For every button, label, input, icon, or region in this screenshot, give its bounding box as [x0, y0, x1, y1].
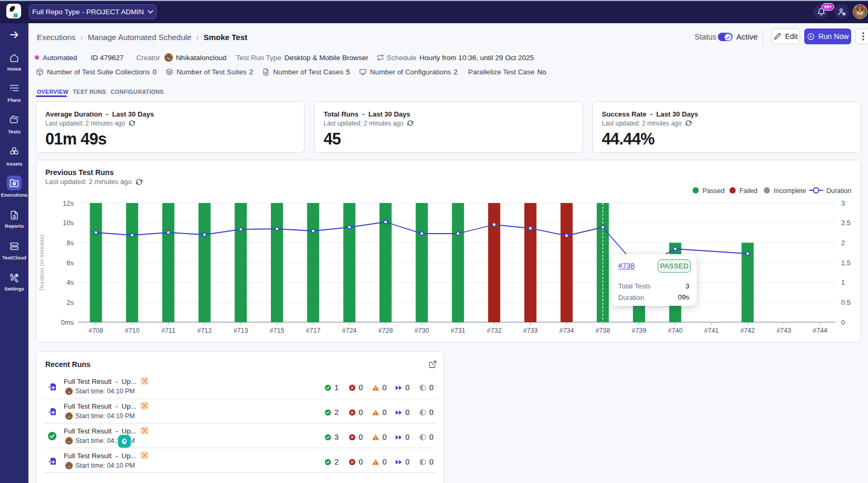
- svg-text:1: 1: [841, 278, 845, 286]
- svg-text:Incomplete: Incomplete: [774, 187, 806, 195]
- svg-text:8s: 8s: [66, 239, 74, 247]
- svg-text:Passed: Passed: [703, 187, 725, 195]
- svg-text:0: 0: [841, 318, 845, 326]
- svg-text:6s: 6s: [66, 259, 74, 267]
- svg-text:#711: #711: [161, 327, 175, 334]
- svg-text:#744: #744: [813, 327, 827, 334]
- svg-text:3: 3: [841, 199, 845, 207]
- svg-text:#730: #730: [414, 327, 429, 334]
- svg-text:0.5: 0.5: [841, 298, 851, 306]
- svg-text:#734: #734: [559, 327, 574, 334]
- svg-text:#738: #738: [596, 327, 610, 334]
- svg-text:#740: #740: [668, 327, 682, 334]
- svg-text:#728: #728: [378, 327, 393, 334]
- svg-text:#732: #732: [487, 327, 502, 334]
- svg-text:0ms: 0ms: [61, 318, 74, 326]
- svg-text:#742: #742: [740, 327, 755, 334]
- svg-text:#724: #724: [342, 327, 357, 334]
- svg-text:#710: #710: [125, 327, 140, 334]
- svg-text:#715: #715: [270, 327, 285, 334]
- svg-text:Failed: Failed: [739, 187, 757, 195]
- svg-text:#712: #712: [197, 327, 212, 334]
- svg-text:#708: #708: [89, 327, 103, 334]
- svg-text:1.5: 1.5: [841, 259, 851, 267]
- svg-text:2: 2: [841, 239, 845, 247]
- svg-text:Duration: Duration: [826, 187, 852, 195]
- svg-text:2s: 2s: [66, 298, 74, 306]
- svg-text:#713: #713: [233, 327, 248, 334]
- svg-text:2.5: 2.5: [841, 219, 851, 227]
- svg-text:#739: #739: [632, 327, 647, 334]
- svg-text:Duration (in minutes): Duration (in minutes): [38, 234, 45, 291]
- svg-text:#717: #717: [306, 327, 320, 334]
- svg-text:#731: #731: [451, 327, 465, 334]
- svg-text:12s: 12s: [63, 199, 74, 207]
- svg-text:10s: 10s: [63, 219, 74, 227]
- svg-text:#733: #733: [523, 327, 538, 334]
- svg-text:#743: #743: [776, 327, 791, 334]
- svg-text:#741: #741: [704, 327, 719, 334]
- svg-text:4s: 4s: [66, 278, 74, 286]
